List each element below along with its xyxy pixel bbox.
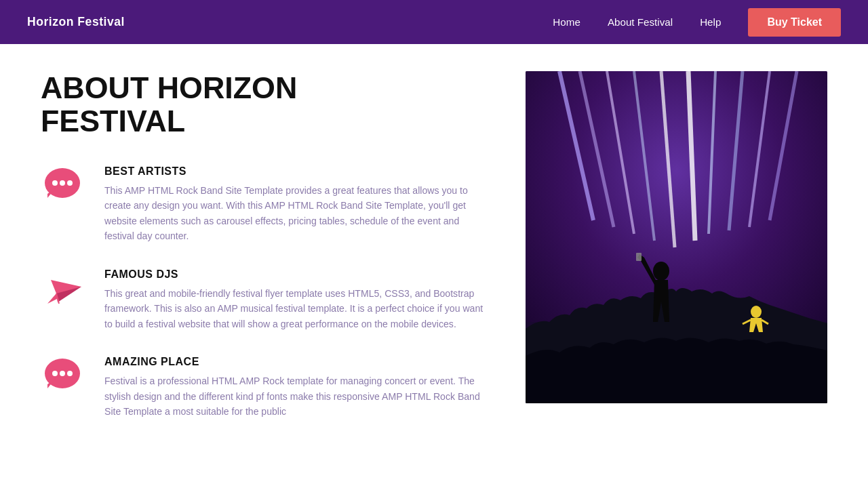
svg-point-2 xyxy=(52,180,58,186)
amazing-place-icon-wrapper xyxy=(41,356,88,394)
feature-best-artists: BEST ARTISTS This AMP HTML Rock Band Sit… xyxy=(41,165,485,244)
left-column: ABOUT HORIZONFESTIVAL BEST ARTISTS This … xyxy=(41,71,512,420)
famous-djs-icon-wrapper xyxy=(41,268,88,307)
best-artists-title: BEST ARTISTS xyxy=(104,165,485,178)
amazing-place-title: AMAZING PLACE xyxy=(104,356,485,368)
famous-djs-desc: This great and mobile-friendly festival … xyxy=(104,286,485,332)
svg-point-28 xyxy=(751,306,762,318)
amazing-place-text: AMAZING PLACE Festival is a professional… xyxy=(104,356,485,420)
nav-home[interactable]: Home xyxy=(553,16,580,28)
chat-icon-2 xyxy=(44,357,85,394)
svg-point-3 xyxy=(60,180,65,186)
svg-point-4 xyxy=(67,180,73,186)
feature-amazing-place: AMAZING PLACE Festival is a professional… xyxy=(41,356,485,420)
nav-about[interactable]: About Festival xyxy=(608,16,673,28)
feature-famous-djs: FAMOUS DJs This great and mobile-friendl… xyxy=(41,268,485,332)
famous-djs-title: FAMOUS DJs xyxy=(104,268,485,281)
best-artists-icon-wrapper xyxy=(41,165,88,204)
concert-image xyxy=(526,71,827,403)
svg-point-12 xyxy=(67,371,73,376)
chat-icon xyxy=(44,167,85,204)
best-artists-desc: This AMP HTML Rock Band Site Template pr… xyxy=(104,183,485,244)
nav-links: Home About Festival Help Buy Ticket xyxy=(553,8,841,37)
amazing-place-desc: Festival is a professional HTML AMP Rock… xyxy=(104,373,485,420)
page-title: ABOUT HORIZONFESTIVAL xyxy=(41,71,485,138)
svg-point-10 xyxy=(52,371,58,376)
features-list: BEST ARTISTS This AMP HTML Rock Band Sit… xyxy=(41,165,485,420)
best-artists-text: BEST ARTISTS This AMP HTML Rock Band Sit… xyxy=(104,165,485,244)
buy-ticket-button[interactable]: Buy Ticket xyxy=(748,8,841,37)
svg-point-26 xyxy=(653,262,669,281)
main-content: ABOUT HORIZONFESTIVAL BEST ARTISTS This … xyxy=(0,44,868,420)
site-logo: Horizon Festival xyxy=(27,15,125,29)
svg-point-11 xyxy=(60,371,65,376)
nav-help[interactable]: Help xyxy=(700,16,721,28)
famous-djs-text: FAMOUS DJs This great and mobile-friendl… xyxy=(104,268,485,332)
navbar: Horizon Festival Home About Festival Hel… xyxy=(0,0,868,44)
paper-plane-icon xyxy=(44,270,85,307)
svg-rect-27 xyxy=(636,253,642,261)
stage-lights-svg xyxy=(526,71,827,403)
right-column xyxy=(526,71,827,420)
